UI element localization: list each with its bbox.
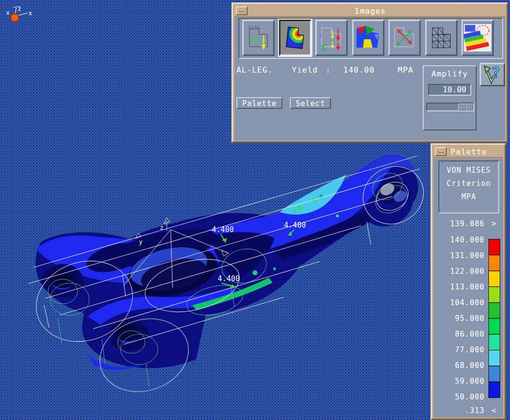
- color-scale-bar: [488, 239, 500, 398]
- model-axis-z-label: z: [160, 224, 164, 231]
- help-cursor-icon: ?: [482, 65, 503, 84]
- axis-up-label: z: [18, 5, 22, 12]
- palette-minimize-button[interactable]: [435, 147, 447, 156]
- annotation-3: 4.400: [218, 274, 240, 283]
- separator: :: [326, 65, 331, 75]
- tick-77: 77.000: [434, 345, 484, 354]
- images-client: MAT.: [234, 18, 505, 140]
- palette-button[interactable]: Palette: [236, 97, 282, 109]
- images-titlebar[interactable]: Images: [234, 5, 505, 17]
- images-window: Images MAT.: [231, 2, 508, 143]
- tick-104: 104.000: [434, 298, 484, 307]
- max-marker[interactable]: >: [488, 219, 499, 228]
- desktop: z y 4.400 4.400 4.400 z: [0, 0, 510, 420]
- criterion-line2: Criterion: [439, 179, 498, 188]
- displacement-image-icon: [391, 24, 418, 52]
- min-marker[interactable]: <: [488, 406, 499, 415]
- palette-window-title: Palette: [448, 147, 503, 157]
- loads-image-icon: [318, 24, 345, 52]
- unit-label: MPA: [398, 65, 413, 75]
- toolbar-button-principal-stress[interactable]: [352, 20, 384, 56]
- tick-122: 122.000: [434, 267, 484, 276]
- slider-button-2[interactable]: [466, 104, 473, 110]
- toolbar-button-material[interactable]: MAT.: [242, 20, 275, 56]
- stress-contour-image-icon: [281, 24, 309, 52]
- tick-59: 59.000: [434, 377, 484, 386]
- select-button[interactable]: Select: [290, 97, 331, 109]
- criterion-line3: MPA: [439, 192, 498, 201]
- max-value: 139.086: [434, 219, 484, 228]
- screen-axis-triad: z x x: [6, 5, 32, 22]
- criterion-line1: VON MISES: [439, 166, 498, 175]
- axis-right-label: x: [28, 9, 32, 17]
- tick-95: 95.000: [434, 314, 484, 323]
- svg-text:MAT.: MAT.: [250, 36, 264, 43]
- lower-arm-hole: [115, 324, 138, 343]
- palette-client: VON MISES Criterion MPA 139.086 > 140.00…: [434, 158, 503, 418]
- tick-68: 68.000: [434, 361, 484, 370]
- axis-left-label: x: [6, 9, 10, 16]
- yield-label: Yield: [292, 65, 318, 75]
- toolbar-button-modal[interactable]: [461, 20, 494, 56]
- images-window-title: Images: [249, 6, 505, 16]
- amplify-field[interactable]: 10.00: [428, 84, 471, 96]
- toolbar-button-loads[interactable]: [315, 20, 348, 56]
- palette-window: Palette VON MISES Criterion MPA 139.086 …: [431, 143, 506, 420]
- toolbar-button-displacement[interactable]: [388, 20, 421, 56]
- slider-fill: [427, 104, 458, 110]
- help-button[interactable]: ?: [480, 63, 505, 86]
- palette-titlebar[interactable]: Palette: [434, 146, 503, 158]
- yield-value: 140.00: [343, 65, 375, 75]
- amplify-label: Amplify: [424, 69, 476, 79]
- amplify-group: Amplify 10.00: [423, 65, 477, 131]
- tick-50: 50.000: [434, 393, 484, 401]
- criterion-box: VON MISES Criterion MPA: [438, 160, 499, 213]
- tick-131: 131.000: [434, 251, 484, 260]
- principal-stress-image-icon: [355, 24, 382, 52]
- model-axis-y-label: y: [139, 238, 143, 245]
- tick-140: 140.000: [434, 236, 484, 244]
- part-model: [36, 153, 428, 370]
- material-image-icon: MAT.: [245, 24, 272, 52]
- slider-button-1[interactable]: [459, 104, 466, 110]
- tick-86: 86.000: [434, 330, 484, 339]
- toolbar-button-mesh[interactable]: [425, 20, 458, 56]
- minimize-button[interactable]: [236, 6, 248, 15]
- tick-113: 113.000: [434, 283, 484, 291]
- amplify-slider[interactable]: [426, 103, 474, 111]
- annotation-1: 4.400: [212, 225, 234, 234]
- mesh-image-icon: [428, 24, 455, 52]
- annotation-2: 4.400: [284, 221, 306, 230]
- toolbar-button-stress-contour[interactable]: [279, 20, 311, 56]
- svg-text:?: ?: [491, 65, 500, 81]
- material-label: AL-LEG.: [236, 65, 273, 75]
- modal-curve-image-icon: [464, 24, 491, 52]
- origin-dot: [11, 14, 19, 22]
- min-value: .313: [434, 406, 484, 415]
